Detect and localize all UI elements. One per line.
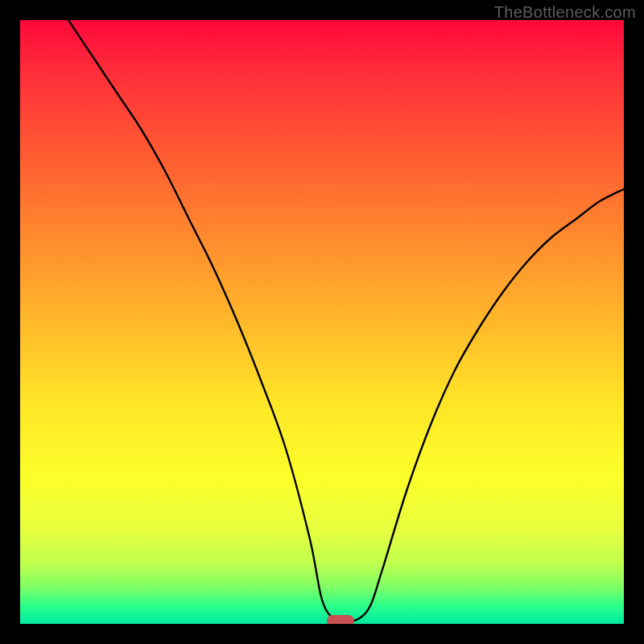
optimal-marker: [327, 615, 354, 625]
bottleneck-curve: [20, 20, 624, 624]
plot-area: [20, 20, 624, 624]
watermark-label: TheBottleneck.com: [494, 3, 636, 22]
chart-stage: TheBottleneck.com: [0, 0, 644, 644]
